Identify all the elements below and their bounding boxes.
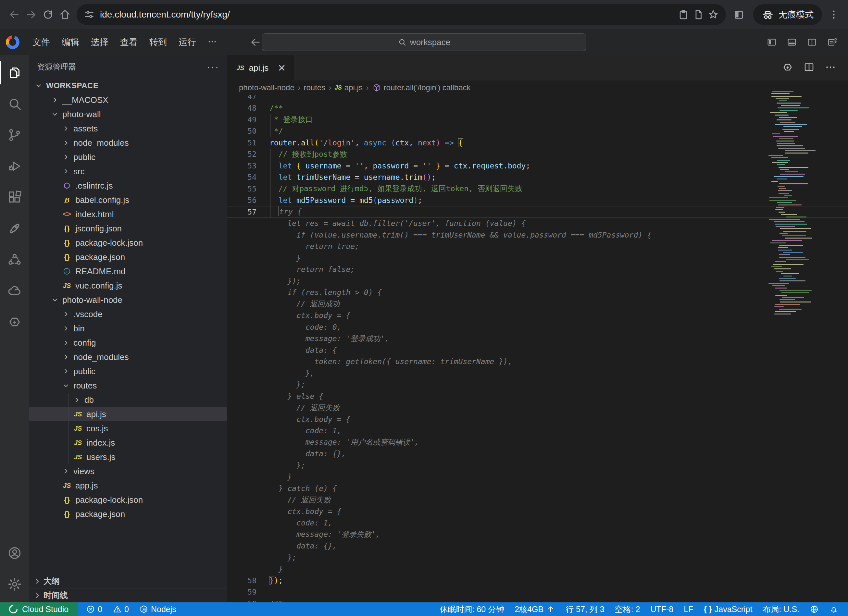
address-bar[interactable]: ide.cloud.tencent.com/tty/ryfsxg/ <box>77 4 726 25</box>
activity-item-collaboration[interactable] <box>0 244 29 275</box>
code-line[interactable]: } <box>227 471 848 483</box>
code-line[interactable]: code: 0, <box>227 321 848 333</box>
bookmark-star-icon[interactable] <box>706 7 721 22</box>
code-line-56[interactable]: 56 let md5Password = md5(password); <box>227 195 848 206</box>
close-tab-icon[interactable]: ✕ <box>277 62 286 74</box>
toggle-panel-left-icon[interactable] <box>763 33 780 51</box>
status-error-icon[interactable]: 0 <box>81 605 107 614</box>
menu-item-3[interactable]: 查看 <box>114 33 144 51</box>
editor-back-icon[interactable] <box>248 35 262 49</box>
sidebar-more-icon[interactable]: ··· <box>207 61 219 73</box>
status-right-6[interactable]: { }JavaScript <box>698 605 758 614</box>
status-nodejs-icon[interactable]: JSNodejs <box>134 605 181 614</box>
code-line[interactable]: message: '登录成功', <box>227 333 848 345</box>
code-line[interactable]: return true; <box>227 241 848 253</box>
code-line[interactable]: }; <box>227 552 848 563</box>
status-right-3[interactable]: 空格: 2 <box>610 604 645 615</box>
toggle-panel-right-icon[interactable] <box>803 33 821 51</box>
sidebar-section-大纲[interactable]: 大纲 <box>29 574 227 588</box>
customize-layout-icon[interactable] <box>823 33 841 51</box>
breadcrumb-item-0[interactable]: photo-wall-node <box>239 83 295 92</box>
minimap[interactable] <box>767 91 815 318</box>
activity-item-source-control[interactable] <box>0 120 29 151</box>
code-line-51[interactable]: 51router.all('/login', async (ctx, next)… <box>227 137 848 149</box>
status-right-1[interactable]: 2核4GB <box>509 604 560 615</box>
tree-file-jsconfig-json[interactable]: {}jsconfig.json <box>29 221 227 235</box>
home-icon[interactable] <box>56 6 73 23</box>
code-line[interactable]: }); <box>227 275 848 287</box>
code-line[interactable]: if (value.username.trim() === trimUserNa… <box>227 229 848 241</box>
activity-item-extensions[interactable] <box>0 182 29 213</box>
tree-folder-public[interactable]: public <box>29 150 227 164</box>
code-line[interactable]: return false; <box>227 264 848 275</box>
tree-file-package-lock-json[interactable]: {}package-lock.json <box>29 235 227 250</box>
clipboard-icon[interactable] <box>676 7 691 22</box>
status-right-4[interactable]: UTF-8 <box>645 605 679 614</box>
activity-item-plugin[interactable] <box>0 307 29 338</box>
code-line[interactable]: } <box>227 563 848 575</box>
tree-folder-config[interactable]: config <box>29 336 227 350</box>
tree-folder-bin[interactable]: bin <box>29 321 227 336</box>
site-settings-icon[interactable] <box>82 7 97 22</box>
activity-item-run-debug[interactable] <box>0 151 29 182</box>
tree-file-README-md[interactable]: README.md <box>29 264 227 278</box>
code-line[interactable]: }; <box>227 379 848 391</box>
status-right-5[interactable]: LF <box>679 605 698 614</box>
code-line[interactable]: if (res.length > 0) { <box>227 287 848 299</box>
tree-folder-db[interactable]: db <box>29 393 227 407</box>
tree-file-babel-config-js[interactable]: Bbabel.config.js <box>29 193 227 207</box>
activity-item-account[interactable] <box>0 538 29 569</box>
tree-folder--vscode[interactable]: .vscode <box>29 307 227 321</box>
code-line[interactable]: data: {}, <box>227 448 848 460</box>
forward-icon[interactable] <box>23 6 40 23</box>
code-line-52[interactable]: 52 // 接收到post参数 <box>227 149 848 160</box>
send-page-icon[interactable] <box>691 7 706 22</box>
cloud-studio-logo-icon[interactable] <box>6 36 19 49</box>
code-line-49[interactable]: 49 * 登录接口 <box>227 114 848 126</box>
tree-folder-WORKSPACE[interactable]: WORKSPACE <box>29 78 227 93</box>
status-right-9[interactable] <box>824 605 844 614</box>
status-right-2[interactable]: 行 57, 列 3 <box>560 604 610 615</box>
code-line-48[interactable]: 48/** <box>227 102 848 114</box>
menu-item-1[interactable]: 编辑 <box>56 33 85 51</box>
code-line[interactable]: message: '用户名或密码错误', <box>227 437 848 448</box>
remote-indicator[interactable]: Cloud Studio <box>0 603 78 616</box>
sidebar-section-时间线[interactable]: 时间线 <box>29 588 227 603</box>
tree-file-vue-config-js[interactable]: JSvue.config.js <box>29 278 227 293</box>
menu-item-6[interactable]: ⋯ <box>202 33 222 51</box>
status-right-0[interactable]: 休眠时间: 60 分钟 <box>435 604 510 615</box>
url-text[interactable]: ide.cloud.tencent.com/tty/ryfsxg/ <box>100 9 676 20</box>
tree-file-users-js[interactable]: JSusers.js <box>29 450 227 464</box>
tree-file-index-js[interactable]: JSindex.js <box>29 435 227 450</box>
code-line[interactable]: }, <box>227 367 848 379</box>
workspace-search-input[interactable]: workspace <box>262 33 586 51</box>
split-editor-icon[interactable] <box>803 61 815 74</box>
code-editor[interactable]: 4748/**49 * 登录接口50 */51router.all('/logi… <box>227 95 848 603</box>
status-right-8[interactable] <box>805 605 824 614</box>
activity-item-explorer[interactable] <box>0 57 29 88</box>
code-line[interactable]: ctx.body = { <box>227 506 848 517</box>
code-line[interactable]: data: { <box>227 344 848 356</box>
back-icon[interactable] <box>6 6 23 23</box>
tree-file-api-js[interactable]: JSapi.js <box>29 407 227 421</box>
tree-folder-node_modules[interactable]: node_modules <box>29 136 227 150</box>
tree-file--eslintrc-js[interactable]: .eslintrc.js <box>29 179 227 193</box>
tree-file-package-json[interactable]: {}package.json <box>29 507 227 521</box>
tree-folder-__MACOSX[interactable]: __MACOSX <box>29 93 227 107</box>
menu-item-0[interactable]: 文件 <box>27 33 56 51</box>
menu-item-4[interactable]: 转到 <box>144 33 173 51</box>
code-line-53[interactable]: 53 let { username = '', password = '' } … <box>227 160 848 172</box>
activity-item-settings[interactable] <box>0 569 29 600</box>
status-warning-icon[interactable]: 0 <box>107 605 134 614</box>
code-line-50[interactable]: 50 */ <box>227 126 848 137</box>
code-line-47[interactable]: 47 <box>227 95 848 102</box>
tree-folder-photo-wall[interactable]: photo-wall <box>29 107 227 121</box>
code-line[interactable]: code: 1, <box>227 425 848 437</box>
tree-file-app-js[interactable]: JSapp.js <box>29 478 227 493</box>
menu-item-2[interactable]: 选择 <box>85 33 114 51</box>
breadcrumb-item-3[interactable]: router.all('/login') callback <box>372 83 471 92</box>
code-line[interactable]: code: 1, <box>227 517 848 529</box>
code-line[interactable]: // 返回失败 <box>227 494 848 506</box>
menu-item-5[interactable]: 运行 <box>173 33 202 51</box>
tree-file-index-html[interactable]: <>index.html <box>29 207 227 221</box>
